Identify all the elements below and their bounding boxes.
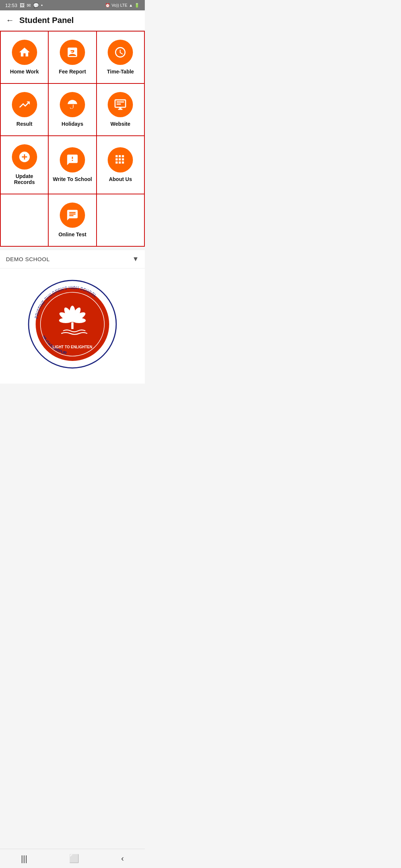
home-work-icon-circle xyxy=(12,40,37,65)
svg-rect-4 xyxy=(117,103,121,105)
svg-rect-1 xyxy=(69,51,73,52)
status-bar: 12:53 🖼 ✉ 💬 • ⏰ Vo)) LTE ▲ 🔋 xyxy=(0,0,145,10)
status-network: Vo)) LTE xyxy=(112,3,128,7)
update-records-icon-circle xyxy=(12,144,37,170)
svg-rect-14 xyxy=(71,322,74,329)
online-test-label: Online Test xyxy=(58,231,86,238)
status-time: 12:53 xyxy=(5,3,17,8)
logo-section: PRISTINE CHILDREN'S HIGH SCHOOL MUZAFFAR… xyxy=(0,269,145,384)
back-button[interactable]: ← xyxy=(6,16,14,25)
empty-cell-left xyxy=(1,194,49,247)
grid-item-update-records[interactable]: Update Records xyxy=(1,136,49,195)
home-icon xyxy=(18,46,31,59)
grid-icon xyxy=(114,154,127,166)
monitor-icon xyxy=(114,98,127,111)
grid-item-online-test[interactable]: Online Test xyxy=(49,194,97,247)
empty-cell-right xyxy=(97,194,145,247)
svg-text:LIGHT TO ENLIGHTEN: LIGHT TO ENLIGHTEN xyxy=(52,345,92,349)
dropdown-arrow-icon: ▼ xyxy=(132,255,139,263)
grid-item-result[interactable]: Result xyxy=(1,84,49,136)
grid-item-write-to-school[interactable]: Write To School xyxy=(49,136,97,195)
grid-item-website[interactable]: Website xyxy=(97,84,145,136)
status-dot: • xyxy=(41,3,43,8)
svg-rect-2 xyxy=(69,53,72,53)
grid-item-home-work[interactable]: Home Work xyxy=(1,32,49,84)
fee-report-label: Fee Report xyxy=(59,69,86,75)
status-mail-icon: ✉ xyxy=(27,3,31,8)
status-battery-icon: 🔋 xyxy=(134,3,140,8)
plus-circle-icon xyxy=(18,151,31,163)
grid-item-holidays[interactable]: Holidays xyxy=(49,84,97,136)
svg-point-12 xyxy=(72,318,86,323)
result-icon-circle xyxy=(12,92,37,117)
message-alert-icon xyxy=(66,154,79,166)
status-msg-icon: 💬 xyxy=(33,3,39,8)
header: ← Student Panel xyxy=(0,10,145,31)
holidays-icon-circle xyxy=(60,92,85,117)
website-label: Website xyxy=(111,121,130,127)
grid-item-time-table[interactable]: Time-Table xyxy=(97,32,145,84)
school-dropdown[interactable]: DEMO SCHOOL ▼ xyxy=(0,250,145,269)
about-us-label: About Us xyxy=(109,176,132,183)
chart-icon xyxy=(18,98,31,111)
status-photo-icon: 🖼 xyxy=(20,3,25,8)
status-signal-icon: ▲ xyxy=(129,3,133,7)
clock-icon xyxy=(114,46,127,59)
write-to-school-icon-circle xyxy=(60,147,85,172)
holidays-label: Holidays xyxy=(62,121,83,127)
result-label: Result xyxy=(16,121,32,127)
grid-item-about-us[interactable]: About Us xyxy=(97,136,145,195)
svg-rect-3 xyxy=(117,101,124,102)
online-test-icon-circle xyxy=(60,203,85,228)
page-wrapper: 12:53 🖼 ✉ 💬 • ⏰ Vo)) LTE ▲ 🔋 ← Student P… xyxy=(0,0,145,403)
status-alarm-icon: ⏰ xyxy=(105,3,110,8)
time-table-icon-circle xyxy=(108,40,133,65)
svg-rect-0 xyxy=(69,49,76,50)
status-right: ⏰ Vo)) LTE ▲ 🔋 xyxy=(105,3,140,8)
umbrella-icon xyxy=(66,98,79,111)
fee-icon xyxy=(66,46,79,59)
school-logo: PRISTINE CHILDREN'S HIGH SCHOOL MUZAFFAR… xyxy=(28,280,117,369)
grid-item-fee-report[interactable]: Fee Report xyxy=(49,32,97,84)
write-to-school-label: Write To School xyxy=(53,176,92,183)
page-title: Student Panel xyxy=(19,16,74,25)
fee-report-icon-circle xyxy=(60,40,85,65)
update-records-label: Update Records xyxy=(4,173,44,186)
website-icon-circle xyxy=(108,92,133,117)
time-table-label: Time-Table xyxy=(107,69,134,75)
menu-grid: Home Work Fee Report Time-Table xyxy=(0,31,145,247)
svg-point-13 xyxy=(59,318,72,323)
status-left: 12:53 🖼 ✉ 💬 • xyxy=(5,3,43,8)
home-work-label: Home Work xyxy=(10,69,39,75)
school-name: DEMO SCHOOL xyxy=(6,256,50,262)
about-us-icon-circle xyxy=(108,147,133,172)
chat-icon xyxy=(66,209,79,221)
